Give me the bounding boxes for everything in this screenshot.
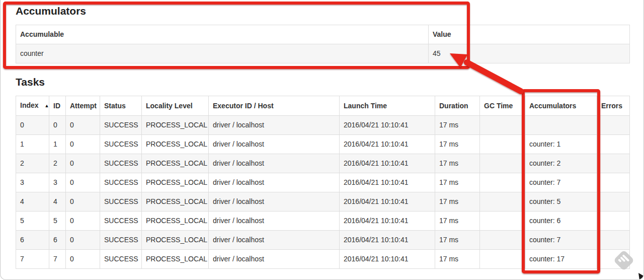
table-cell <box>597 116 630 135</box>
table-cell: counter <box>16 44 429 63</box>
column-header-label: Index <box>20 101 39 109</box>
tasks-column-header-launch-time[interactable]: Launch Time <box>340 96 435 116</box>
table-cell: driver / localhost <box>209 212 340 231</box>
table-cell <box>480 173 525 192</box>
table-cell: 6 <box>49 231 66 250</box>
tasks-column-header-errors[interactable]: Errors <box>597 96 630 116</box>
table-cell: 17 ms <box>435 135 480 154</box>
table-row: 000SUCCESSPROCESS_LOCALdriver / localhos… <box>16 116 630 135</box>
table-cell: 2016/04/21 10:10:41 <box>340 231 435 250</box>
table-cell: 1 <box>16 135 49 154</box>
accumulators-section-title: Accumulators <box>16 5 86 17</box>
tasks-column-header-status[interactable]: Status <box>100 96 142 116</box>
column-header-label: Executor ID / Host <box>213 102 274 110</box>
column-header-label: Duration <box>439 102 468 110</box>
tasks-column-header-attempt[interactable]: Attempt <box>66 96 100 116</box>
table-cell: 0 <box>66 250 100 269</box>
accumulators-header-row: AccumulableValue <box>16 25 630 44</box>
tasks-column-header-executor-id-host[interactable]: Executor ID / Host <box>209 96 340 116</box>
table-cell: 17 ms <box>435 173 480 192</box>
table-cell: 17 ms <box>435 154 480 173</box>
table-cell: 2016/04/21 10:10:41 <box>340 250 435 269</box>
table-cell: 0 <box>66 212 100 231</box>
tasks-section-title: Tasks <box>16 76 45 88</box>
table-cell: 17 ms <box>435 231 480 250</box>
table-cell: 2016/04/21 10:10:41 <box>340 192 435 212</box>
table-cell: driver / localhost <box>209 154 340 173</box>
table-cell: SUCCESS <box>100 116 142 135</box>
table-cell: PROCESS_LOCAL <box>142 154 209 173</box>
table-cell: counter: 17 <box>525 250 597 269</box>
tasks-table: Index▲IDAttemptStatusLocality LevelExecu… <box>16 96 630 269</box>
table-cell: 17 ms <box>435 116 480 135</box>
table-row: 660SUCCESSPROCESS_LOCALdriver / localhos… <box>16 231 630 250</box>
table-cell: SUCCESS <box>100 135 142 154</box>
table-cell <box>597 192 630 212</box>
column-header-label: GC Time <box>484 102 513 110</box>
table-cell: SUCCESS <box>100 231 142 250</box>
table-cell: 2 <box>49 154 66 173</box>
table-cell: counter: 2 <box>525 154 597 173</box>
table-cell <box>597 231 630 250</box>
table-cell: 2 <box>16 154 49 173</box>
table-cell: 0 <box>49 116 66 135</box>
accumulators-column-header-value: Value <box>429 25 630 44</box>
table-row: 110SUCCESSPROCESS_LOCALdriver / localhos… <box>16 135 630 154</box>
tasks-column-header-accumulators[interactable]: Accumulators <box>525 96 597 116</box>
table-cell: SUCCESS <box>100 250 142 269</box>
column-header-label: Launch Time <box>344 102 387 110</box>
table-cell: PROCESS_LOCAL <box>142 250 209 269</box>
tasks-header-row: Index▲IDAttemptStatusLocality LevelExecu… <box>16 96 630 116</box>
table-cell: counter: 7 <box>525 231 597 250</box>
table-cell: 45 <box>429 44 630 63</box>
sort-ascending-icon: ▲ <box>45 103 49 108</box>
table-row: 330SUCCESSPROCESS_LOCALdriver / localhos… <box>16 173 630 192</box>
table-cell <box>480 212 525 231</box>
tasks-column-header-gc-time[interactable]: GC Time <box>480 96 525 116</box>
accumulators-column-header-accumulable: Accumulable <box>16 25 429 44</box>
table-cell: counter: 6 <box>525 212 597 231</box>
table-cell: SUCCESS <box>100 173 142 192</box>
column-header-label: Attempt <box>70 102 97 110</box>
table-cell: SUCCESS <box>100 154 142 173</box>
table-cell: driver / localhost <box>209 192 340 212</box>
table-row: 550SUCCESSPROCESS_LOCALdriver / localhos… <box>16 212 630 231</box>
table-cell <box>480 231 525 250</box>
table-cell: 0 <box>66 154 100 173</box>
annotation-arrow-shaft <box>467 62 521 91</box>
table-cell: driver / localhost <box>209 116 340 135</box>
table-row: 770SUCCESSPROCESS_LOCALdriver / localhos… <box>16 250 630 269</box>
column-header-label: ID <box>53 102 60 110</box>
table-cell <box>480 250 525 269</box>
tasks-table-body: 000SUCCESSPROCESS_LOCALdriver / localhos… <box>16 116 630 269</box>
tasks-column-header-id[interactable]: ID <box>49 96 66 116</box>
table-cell: counter: 7 <box>525 173 597 192</box>
table-cell: 0 <box>16 116 49 135</box>
table-cell <box>525 116 597 135</box>
table-row: counter45 <box>16 44 630 63</box>
column-header-label: Accumulators <box>529 102 576 110</box>
table-cell <box>597 173 630 192</box>
table-cell: 0 <box>66 116 100 135</box>
tasks-column-header-index[interactable]: Index▲ <box>16 96 49 116</box>
table-cell <box>597 250 630 269</box>
table-row: 220SUCCESSPROCESS_LOCALdriver / localhos… <box>16 154 630 173</box>
tasks-column-header-locality-level[interactable]: Locality Level <box>142 96 209 116</box>
table-cell: 6 <box>16 231 49 250</box>
table-cell <box>480 116 525 135</box>
table-cell: PROCESS_LOCAL <box>142 192 209 212</box>
table-cell: PROCESS_LOCAL <box>142 135 209 154</box>
accumulators-table: AccumulableValue counter45 <box>16 25 630 63</box>
accumulators-table-body: counter45 <box>16 44 630 63</box>
table-cell: 2016/04/21 10:10:41 <box>340 154 435 173</box>
table-cell: 17 ms <box>435 250 480 269</box>
table-cell <box>597 212 630 231</box>
mouse-cursor <box>638 273 644 280</box>
table-cell: 3 <box>49 173 66 192</box>
tasks-column-header-duration[interactable]: Duration <box>435 96 480 116</box>
table-cell: PROCESS_LOCAL <box>142 116 209 135</box>
table-cell <box>597 135 630 154</box>
table-cell: driver / localhost <box>209 250 340 269</box>
table-cell <box>597 154 630 173</box>
table-cell: 7 <box>16 250 49 269</box>
